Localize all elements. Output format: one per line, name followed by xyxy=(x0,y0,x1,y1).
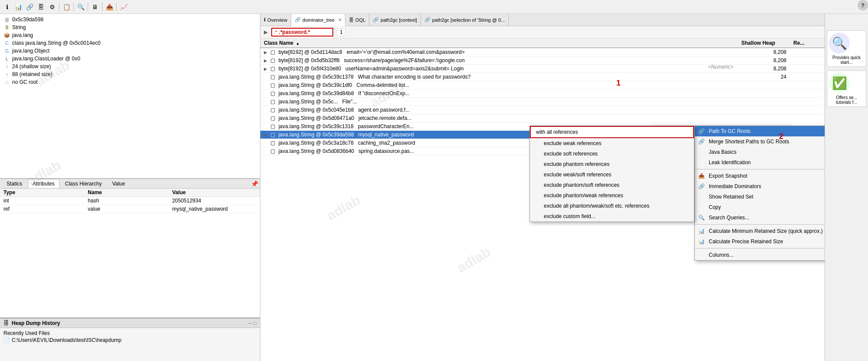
cell-icon-selected: ▢ xyxy=(270,132,275,138)
sub-excl-phantom-weak[interactable]: exclude phantom/weak references xyxy=(530,190,694,201)
expand-toggle-icon[interactable]: ▶ xyxy=(264,29,268,35)
filter-box: .* xyxy=(271,28,333,36)
toolbar-clip-btn[interactable]: 📋 xyxy=(61,2,72,12)
list-item: ↑ 24 (shallow size) xyxy=(0,63,260,70)
classname-cell: ▶ ▢ java.lang.String @ 0x5c39c1df0 Comma… xyxy=(260,81,738,89)
table-row[interactable]: ▶ ▢ java.lang.String @ 0x5c045e1b8 agent… xyxy=(260,106,825,114)
ctx-leak-id[interactable]: Leak Identification ▶ xyxy=(695,157,825,168)
attr-row[interactable]: int hash 2050512934 xyxy=(0,197,260,205)
domtree-close-btn[interactable]: ✕ xyxy=(338,17,342,22)
expand-icon[interactable]: ▶ xyxy=(264,66,267,71)
minimize-btn[interactable]: ─ xyxy=(249,321,252,326)
tab-statics[interactable]: Statics xyxy=(2,179,27,188)
table-row[interactable]: ▶ ▢ java.lang.String @ 0x5c39d84b8 If "d… xyxy=(260,89,825,98)
toolbar-export-btn[interactable]: 📤 xyxy=(104,2,115,12)
list-item[interactable]: G java.lang.Object xyxy=(0,47,260,55)
path-gc-icon: 🔗 xyxy=(698,128,705,134)
oql-tab-icon: 🗄 xyxy=(349,17,354,23)
tab-path2gc-context[interactable]: 🔗 path2gc [context] xyxy=(369,14,421,26)
arrow-up-icon-2: ↑ xyxy=(3,71,10,78)
right-panel: ℹ Overview 🔗 dominator_tree ✕ 🗄 OQL 🔗 pa… xyxy=(260,14,825,361)
ctx-calc-min[interactable]: 📊 Calculate Minimum Retained Size (quick… xyxy=(695,226,825,236)
sub-excl-custom[interactable]: exclude custom field... xyxy=(530,211,694,222)
sub-excl-weak-soft[interactable]: exclude weak/soft references xyxy=(530,169,694,180)
sub-excl-soft[interactable]: exclude soft references xyxy=(530,149,694,159)
excl-soft-label: exclude soft references xyxy=(544,151,598,157)
ctx-merge-shortest[interactable]: 🔗 Merge Shortest Paths to GC Roots ▶ xyxy=(695,136,825,147)
tab-class-hierarchy[interactable]: Class Hierarchy xyxy=(60,179,107,188)
sub-excl-phantom-soft[interactable]: exclude phantom/soft references xyxy=(530,180,694,190)
sort-arrow-icon: ▲ xyxy=(296,41,299,46)
filter-input[interactable] xyxy=(279,29,331,35)
classname-cell: ▶ ▢ java.lang.String @ 0x5c... File"... xyxy=(260,98,738,106)
toolbar-chart-btn[interactable]: 📊 xyxy=(13,2,23,12)
retained-cell xyxy=(790,98,825,106)
history-file-item[interactable]: 📄 C:\Users\KEVIL\Downloads\test\ISC\heap… xyxy=(3,337,256,344)
ctx-path-to-gc-roots[interactable]: 🔗 Path To GC Roots ▶ xyxy=(695,126,825,136)
table-row[interactable]: ▶ ▢ byte[8192] @ 0x5d114dac8 email='='or… xyxy=(260,48,825,56)
heap-dump-history: 🗄 Heap Dump History ─ □ Recently Used Fi… xyxy=(0,318,260,361)
table-row[interactable]: ▶ ▢ java.lang.String @ 0x5c... File"... xyxy=(260,98,825,106)
sidebar-card-tutorials[interactable]: ✅ Offers se... tutorials f... xyxy=(827,70,866,107)
ctx-copy[interactable]: Copy ▶ xyxy=(695,202,825,212)
tab-dominator-tree[interactable]: 🔗 dominator_tree ✕ xyxy=(291,14,345,26)
list-item[interactable]: L java.lang.ClassLoader @ 0x0 xyxy=(0,55,260,63)
table-row[interactable]: ▶ ▢ byte[8192] @ 0x5d5b32ff8 success=/sh… xyxy=(260,56,825,65)
oql-tab-label: OQL xyxy=(355,17,365,23)
history-content: Recently Used Files 📄 C:\Users\KEVIL\Dow… xyxy=(0,328,260,345)
ctx-calc-precise[interactable]: 📊 Calculate Precise Retained Size xyxy=(695,236,825,247)
col-retained-header[interactable]: Re... xyxy=(790,39,825,48)
list-item[interactable]: C class java.lang.String @ 0x5c0014ec0 xyxy=(0,39,260,47)
pin-icon[interactable]: 📌 xyxy=(251,180,258,187)
maximize-btn[interactable]: □ xyxy=(253,321,256,326)
table-row[interactable]: ▶ ▢ java.lang.String @ 0x5d08471a0 jetca… xyxy=(260,114,825,123)
sub-excl-phantom[interactable]: exclude phantom references xyxy=(530,159,694,169)
shallowheap-cell: 24 xyxy=(738,73,790,81)
list-item[interactable]: @ 0x5c39da598 xyxy=(0,16,260,23)
ctx-export-snapshot[interactable]: 📤 Export Snapshot xyxy=(695,171,825,181)
col-shallowheap-header[interactable]: Shallow Heap xyxy=(738,39,790,48)
tab-value[interactable]: Value xyxy=(107,179,130,188)
tab-oql[interactable]: 🗄 OQL xyxy=(345,14,369,26)
toolbar-info-btn[interactable]: ℹ xyxy=(2,2,12,12)
toolbar-db-btn[interactable]: 🗄 xyxy=(36,2,46,12)
table-row[interactable]: ▶ ▢ byte[8192] @ 0x5f4310e80 userName=ad… xyxy=(260,65,825,73)
toolbar-screen-btn[interactable]: 🖥 xyxy=(90,2,100,12)
expand-icon[interactable]: ▶ xyxy=(264,58,267,63)
sub-excl-all[interactable]: exclude all phantom/weak/soft etc. refer… xyxy=(530,201,694,211)
ctx-sep-3 xyxy=(695,248,825,248)
sidebar-card-overview[interactable]: 🔍 Provides quick start... xyxy=(827,30,866,67)
ctx-search-queries[interactable]: 🔍 Search Queries... xyxy=(695,212,825,223)
toolbar-link-btn[interactable]: 🔗 xyxy=(24,2,35,12)
table-area: Class Name ▲ Shallow Heap Re... xyxy=(260,39,825,361)
cell-icon: ▢ xyxy=(270,140,275,146)
list-item[interactable]: 📦 java.lang xyxy=(0,31,260,39)
toolbar-metrics-btn[interactable]: 📈 xyxy=(118,2,129,12)
ctx-java-basics[interactable]: Java Basics ▶ xyxy=(695,147,825,157)
sub-with-all-refs[interactable]: with all references xyxy=(530,126,694,138)
sub-excl-weak[interactable]: exclude weak references xyxy=(530,138,694,149)
ctx-show-retained[interactable]: Show Retained Set xyxy=(695,192,825,202)
col-classname-header[interactable]: Class Name ▲ xyxy=(260,39,738,48)
ctx-immediate-dom[interactable]: 🔗 Immediate Dominators xyxy=(695,181,825,192)
cell-icon: ▢ xyxy=(270,57,275,63)
table-row[interactable]: ▶ ▢ java.lang.String @ 0x5c39c1378 What … xyxy=(260,73,825,81)
table-row[interactable]: ▶ ▢ java.lang.String @ 0x5c39c1df0 Comma… xyxy=(260,81,825,89)
col-type-header: Type xyxy=(3,189,88,195)
item-label: java.lang.ClassLoader @ 0x0 xyxy=(12,56,80,62)
tab-overview[interactable]: ℹ Overview xyxy=(260,14,291,26)
toolbar-gear-btn[interactable]: ⚙ xyxy=(47,2,57,12)
cell-icon: ▢ xyxy=(270,115,275,121)
tab-attributes[interactable]: Attributes xyxy=(28,179,59,188)
toolbar-search-btn[interactable]: 🔍 xyxy=(76,2,86,12)
tab-path2gc-selection[interactable]: 🔗 path2gc [selection of 'String @ 0... xyxy=(421,14,509,26)
attr-row[interactable]: ref value mysql_native_password xyxy=(0,205,260,213)
expand-icon[interactable]: ▶ xyxy=(264,50,267,55)
ctx-columns[interactable]: Columns... ▶ xyxy=(695,250,825,260)
cell-icon: ▢ xyxy=(270,107,275,113)
context-menu-right: 🔗 Path To GC Roots ▶ 🔗 Merge Shortest Pa… xyxy=(694,126,825,261)
expand-icon[interactable]: ▶ xyxy=(264,132,267,137)
attributes-table: Type Name Value int hash 2050512934 ref … xyxy=(0,189,260,318)
list-item[interactable]: S String xyxy=(0,23,260,31)
retained-cell xyxy=(790,106,825,114)
